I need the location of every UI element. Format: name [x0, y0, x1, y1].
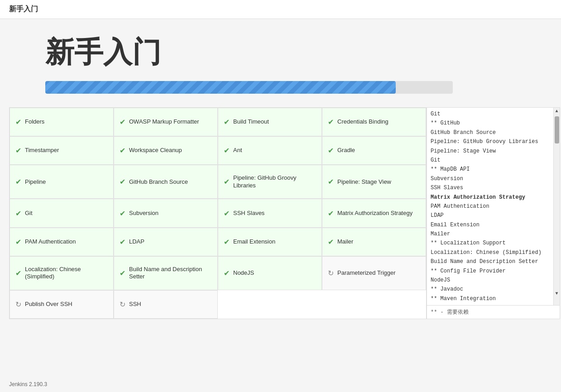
plugin-name: PAM Authentication	[25, 238, 76, 246]
plugin-cell: ↻SSH	[114, 290, 218, 319]
check-icon: ✔	[15, 177, 21, 186]
check-icon: ✔	[120, 177, 125, 186]
side-panel-item: ** Config File Provider	[431, 267, 556, 276]
check-icon: ✔	[120, 118, 125, 126]
plugin-name: Localization: Chinese (Simplified)	[25, 266, 108, 281]
check-icon: ✔	[328, 209, 334, 218]
plugin-name: SSH	[129, 301, 141, 308]
plugin-name: Gradle	[337, 147, 355, 154]
title-bar-label: 新手入门	[9, 5, 38, 13]
scroll-thumb	[555, 116, 559, 143]
plugin-name: Pipeline: GitHub Groovy Libraries	[233, 174, 316, 190]
plugin-cell: ✔NodeJS	[218, 256, 322, 290]
plugin-name: NodeJS	[233, 269, 254, 277]
plugin-cell: ✔Pipeline: GitHub Groovy Libraries	[218, 165, 322, 199]
side-panel[interactable]: Git** GitHubGitHub Branch SourcePipeline…	[427, 107, 560, 306]
side-panel-item: Git	[431, 156, 556, 165]
plugin-name: Build Timeout	[233, 118, 269, 126]
scroll-down-button[interactable]: ▼	[554, 290, 559, 297]
loading-icon: ↻	[328, 269, 334, 277]
check-icon: ✔	[15, 146, 21, 155]
plugin-cell: ✔Folders	[10, 108, 114, 136]
side-panel-item: Pipeline: Stage View	[431, 147, 556, 156]
side-panel-item: ** GitHub	[431, 119, 556, 128]
plugin-cell: ✔PAM Authentication	[10, 228, 114, 256]
side-panel-item: ** Javadoc	[431, 285, 556, 294]
side-panel-item: PAM Authentication	[431, 202, 556, 211]
side-panel-item: Git	[431, 110, 556, 119]
side-panel-item: Localization: Chinese (Simplified)	[431, 248, 556, 257]
side-panel-item: ** Maven Integration	[431, 294, 556, 303]
bottom-note: ** - 需要依赖	[427, 306, 560, 319]
plugin-cell: ✔Git	[10, 199, 114, 227]
plugin-name: Ant	[233, 147, 242, 154]
side-panel-item: Build Name and Description Setter	[431, 257, 556, 266]
side-panel-item: ** MapDB API	[431, 165, 556, 174]
main-content: 新手入门 ✔Folders✔OWASP Markup Formatter✔Bui…	[0, 19, 561, 328]
plugin-cell: ✔Build Timeout	[218, 108, 322, 136]
plugin-name: SSH Slaves	[233, 210, 264, 217]
plugin-cell: ✔GitHub Branch Source	[114, 165, 218, 199]
plugin-name: Parameterized Trigger	[337, 269, 396, 277]
progress-bar-container	[45, 81, 453, 94]
plugin-name: LDAP	[129, 238, 144, 246]
plugin-grid: ✔Folders✔OWASP Markup Formatter✔Build Ti…	[9, 107, 427, 319]
scroll-up-button[interactable]: ▲	[554, 108, 559, 115]
check-icon: ✔	[15, 269, 21, 277]
footer: Jenkins 2.190.3	[9, 381, 47, 387]
plugin-cell: ✔Pipeline: Stage View	[322, 165, 426, 199]
check-icon: ✔	[328, 146, 334, 155]
check-icon: ✔	[120, 238, 125, 246]
side-panel-item: Email Extension	[431, 220, 556, 229]
plugin-cell: ✔Mailer	[322, 228, 426, 256]
check-icon: ✔	[224, 177, 230, 186]
plugin-name: Publish Over SSH	[25, 301, 72, 308]
check-icon: ✔	[120, 269, 125, 277]
plugin-cell: ✔OWASP Markup Formatter	[114, 108, 218, 136]
check-icon: ✔	[224, 269, 230, 277]
side-panel-item: Subversion	[431, 174, 556, 183]
check-icon: ✔	[120, 146, 125, 155]
plugin-name: Email Extension	[233, 238, 275, 246]
plugin-cell: ✔Subversion	[114, 199, 218, 227]
scrollbar[interactable]: ▲ ▼	[553, 108, 560, 305]
plugin-cell: ✔Workspace Cleanup	[114, 136, 218, 165]
plugin-cell: ✔Timestamper	[10, 136, 114, 165]
side-panel-content[interactable]: Git** GitHubGitHub Branch SourcePipeline…	[427, 108, 560, 305]
side-panel-item: ** Localization Support	[431, 239, 556, 248]
plugin-name: Subversion	[129, 210, 158, 217]
plugin-name: Workspace Cleanup	[129, 147, 182, 154]
side-panel-item: Matrix Authorization Strategy	[431, 193, 556, 202]
check-icon: ✔	[224, 209, 230, 218]
plugin-name: Matrix Authorization Strategy	[337, 210, 412, 217]
plugin-cell: ✔LDAP	[114, 228, 218, 256]
loading-icon: ↻	[15, 300, 21, 309]
check-icon: ✔	[15, 238, 21, 246]
plugin-cell: ✔Pipeline	[10, 165, 114, 199]
hero-title: 新手入门	[45, 33, 161, 72]
plugin-cell: ✔Credentials Binding	[322, 108, 426, 136]
check-icon: ✔	[224, 146, 230, 155]
check-icon: ✔	[328, 238, 334, 246]
check-icon: ✔	[120, 209, 125, 218]
plugin-name: Mailer	[337, 238, 353, 246]
plugin-cell: ✔Ant	[218, 136, 322, 165]
plugin-name: Pipeline: Stage View	[337, 178, 391, 186]
title-bar: 新手入门	[0, 0, 561, 19]
plugin-cell: ✔Matrix Authorization Strategy	[322, 199, 426, 227]
plugin-grid-wrapper: ✔Folders✔OWASP Markup Formatter✔Build Ti…	[9, 107, 552, 319]
plugin-cell: ✔Localization: Chinese (Simplified)	[10, 256, 114, 290]
loading-icon: ↻	[120, 300, 125, 309]
check-icon: ✔	[224, 118, 230, 126]
plugin-name: Build Name and Description Setter	[129, 266, 212, 281]
plugin-name: Folders	[25, 118, 44, 126]
side-panel-item: Pipeline: GitHub Groovy Libraries	[431, 137, 556, 146]
plugin-name: Pipeline	[25, 178, 46, 186]
side-panel-wrapper: Git** GitHubGitHub Branch SourcePipeline…	[427, 107, 560, 319]
check-icon: ✔	[15, 209, 21, 218]
check-icon: ✔	[15, 118, 21, 126]
check-icon: ✔	[224, 238, 230, 246]
check-icon: ✔	[328, 177, 334, 186]
plugin-cell: ↻Publish Over SSH	[10, 290, 114, 319]
side-panel-item: NodeJS	[431, 276, 556, 285]
